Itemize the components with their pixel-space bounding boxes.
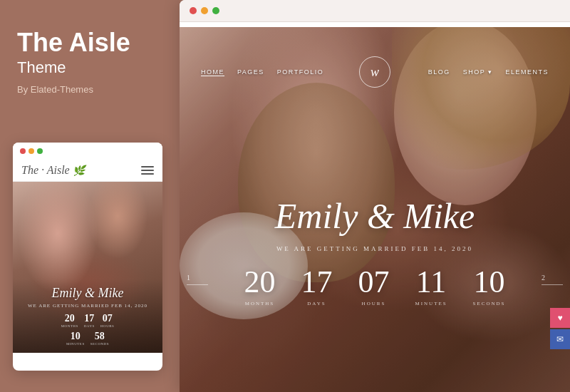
nav-pages[interactable]: PAGES [237, 68, 264, 76]
mail-button[interactable]: ✉ [550, 329, 570, 349]
mobile-titlebar [13, 143, 162, 160]
mobile-label-minutes: MINUTES [66, 342, 85, 346]
mobile-num-seconds: 58 [90, 331, 109, 342]
nav-blog[interactable]: BLOG [428, 68, 450, 76]
dot-green [37, 148, 43, 154]
mobile-count-days: 17 DAYS [84, 313, 95, 328]
mobile-countdown-2: 10 MINUTES 58 SECONDS [20, 331, 155, 346]
mobile-logo: The · Aisle 🌿 [21, 164, 85, 177]
desktop-label-minutes: MINUTES [415, 301, 447, 306]
page-indicator-right: 2 [542, 274, 563, 285]
theme-by: By Elated-Themes [17, 84, 160, 95]
desktop-num-months: 20 [244, 267, 275, 298]
mobile-count-months: 20 MONTHS [61, 313, 78, 328]
desktop-count-seconds: 10 SECONDS [473, 267, 506, 306]
mobile-couple-name: Emily & Mike [20, 286, 155, 301]
desktop-countdown: 20 MONTHS 17 DAYS 07 HOURS 11 MINUTES 10 [180, 267, 570, 306]
nav-links-right: BLOG SHOP ▾ ELEMENTS [428, 68, 549, 76]
desktop-num-minutes: 11 [415, 267, 447, 298]
nav-portfolio[interactable]: PORTFOLIO [277, 68, 323, 76]
desktop-num-hours: 07 [358, 267, 389, 298]
desktop-nav: HOME PAGES PORTFOLIO w BLOG SHOP ▾ ELEME… [180, 54, 570, 90]
desktop-count-days: 17 DAYS [301, 267, 332, 306]
mobile-label-seconds: SECONDS [90, 342, 109, 346]
nav-home[interactable]: HOME [201, 68, 224, 76]
nav-links-left: HOME PAGES PORTFOLIO [201, 68, 323, 76]
mobile-label-months: MONTHS [61, 324, 78, 328]
heart-button[interactable]: ♥ [550, 308, 570, 328]
mobile-hero: Emily & Mike WE ARE GETTING MARRIED FEB … [13, 182, 162, 353]
dot-yellow [28, 148, 34, 154]
dt-dot-yellow [201, 7, 208, 14]
left-panel: The Aisle Theme By Elated-Themes The · A… [0, 0, 177, 392]
desktop-count-minutes: 11 MINUTES [415, 267, 447, 306]
nav-shop[interactable]: SHOP ▾ [463, 68, 493, 76]
desktop-count-months: 20 MONTHS [244, 267, 275, 306]
mobile-countdown: 20 MONTHS 17 DAYS 07 HOURS [20, 313, 155, 328]
dot-red [20, 148, 26, 154]
page-indicator-left: 1 [187, 274, 208, 285]
desktop-preview: HOME PAGES PORTFOLIO w BLOG SHOP ▾ ELEME… [180, 0, 570, 392]
desktop-label-seconds: SECONDS [473, 301, 506, 306]
desktop-titlebar [180, 0, 570, 22]
desktop-hero: HOME PAGES PORTFOLIO w BLOG SHOP ▾ ELEME… [180, 27, 570, 392]
nav-logo[interactable]: w [359, 56, 390, 88]
leaf-icon: 🌿 [73, 165, 85, 176]
desktop-label-hours: HOURS [358, 301, 389, 306]
theme-title: The Aisle [17, 29, 160, 57]
mobile-nav: The · Aisle 🌿 [13, 160, 162, 182]
desktop-num-seconds: 10 [473, 267, 506, 298]
mobile-count-hours: 07 HOURS [100, 313, 114, 328]
desktop-couple-name: Emily & Mike [180, 195, 570, 237]
mobile-num-hours: 07 [100, 313, 114, 324]
mobile-label-days: DAYS [84, 324, 95, 328]
mobile-tagline: WE ARE GETTING MARRIED FEB 14, 2020 [20, 303, 155, 309]
desktop-tagline: WE ARE GETTING MARRIED FEB 14, 2020 [180, 245, 570, 252]
side-buttons: ♥ ✉ [550, 308, 570, 349]
mobile-preview: The · Aisle 🌿 Emily & Mike WE ARE GETTIN… [13, 143, 162, 371]
dt-dot-green [212, 7, 219, 14]
mobile-num-minutes: 10 [66, 331, 85, 342]
mobile-num-months: 20 [61, 313, 78, 324]
mobile-count-seconds: 58 SECONDS [90, 331, 109, 346]
mobile-label-hours: HOURS [100, 324, 114, 328]
mobile-num-days: 17 [84, 313, 95, 324]
nav-elements[interactable]: ELEMENTS [505, 68, 549, 76]
desktop-count-hours: 07 HOURS [358, 267, 389, 306]
desktop-label-months: MONTHS [244, 301, 275, 306]
desktop-label-days: DAYS [301, 301, 332, 306]
mobile-count-minutes: 10 MINUTES [66, 331, 85, 346]
mobile-hero-overlay: Emily & Mike WE ARE GETTING MARRIED FEB … [13, 279, 162, 353]
hamburger-menu[interactable] [141, 166, 154, 175]
dt-dot-red [190, 7, 197, 14]
theme-subtitle: Theme [17, 58, 160, 77]
desktop-hero-content: Emily & Mike WE ARE GETTING MARRIED FEB … [180, 195, 570, 306]
desktop-num-days: 17 [301, 267, 332, 298]
